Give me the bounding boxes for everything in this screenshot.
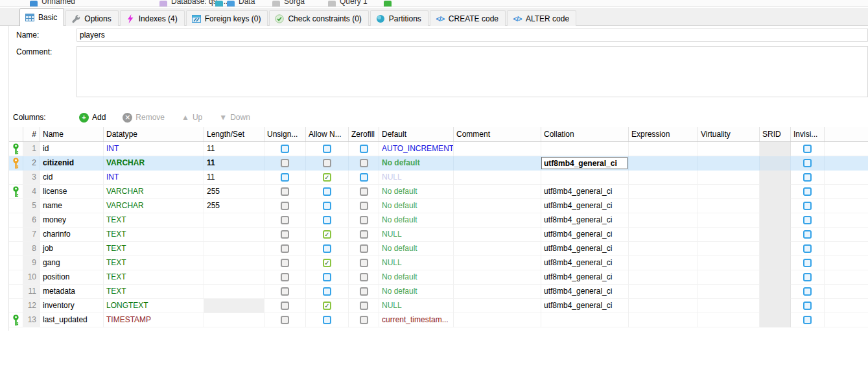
cell-zerofill[interactable] xyxy=(349,171,379,185)
column-header-invisible[interactable]: Invisi... xyxy=(791,127,825,141)
cell-collation[interactable]: utf8mb4_general_ci xyxy=(541,213,629,228)
cell-default[interactable]: NULL xyxy=(379,299,454,313)
cell-virtuality[interactable] xyxy=(698,171,760,185)
cell-comment[interactable] xyxy=(454,256,541,270)
unsigned-checkbox[interactable] xyxy=(281,202,289,210)
cell-name[interactable]: license xyxy=(40,185,104,199)
cell-datatype[interactable]: INT xyxy=(104,142,204,156)
main-tab-label[interactable]: Sorga xyxy=(284,0,305,6)
column-header-srid[interactable]: SRID xyxy=(760,127,791,141)
cell-num[interactable]: 2 xyxy=(23,156,40,171)
column-header-virtuality[interactable]: Virtuality xyxy=(698,127,760,141)
cell-srid[interactable] xyxy=(760,299,791,313)
column-header-comment[interactable]: Comment xyxy=(454,127,541,141)
unsigned-checkbox[interactable] xyxy=(281,244,289,253)
cell-invisible[interactable] xyxy=(791,156,825,171)
cell-zerofill[interactable] xyxy=(349,313,379,327)
column-row-cid[interactable]: 3cidINT11✓NULL xyxy=(9,171,868,185)
column-row-position[interactable]: 10positionTEXTNo defaultutf8mb4_general_… xyxy=(9,270,868,285)
allow-null-checkbox[interactable] xyxy=(323,159,331,167)
cell-comment[interactable] xyxy=(454,270,541,285)
cell-collation[interactable]: utf8mb4_general_ci xyxy=(541,270,629,285)
column-header-length[interactable]: Length/Set xyxy=(204,127,264,141)
cell-unsigned[interactable] xyxy=(264,213,306,228)
tab-check-constraints-0[interactable]: Check constraints (0) xyxy=(269,10,368,26)
cell-datatype[interactable]: INT xyxy=(104,171,204,185)
cell-name[interactable]: metadata xyxy=(40,285,104,299)
main-tab-label[interactable]: Query 1 xyxy=(340,0,368,6)
cell-srid[interactable] xyxy=(760,270,791,285)
main-tab-label[interactable]: Data xyxy=(239,0,255,6)
cell-expression[interactable] xyxy=(629,185,698,199)
unsigned-checkbox[interactable] xyxy=(281,316,289,324)
cell-collation[interactable]: utf8mb4_general_ci xyxy=(541,285,629,299)
allow-null-checkbox[interactable] xyxy=(323,187,331,196)
cell-num[interactable]: 11 xyxy=(23,285,40,299)
cell-datatype[interactable]: TEXT xyxy=(104,256,204,270)
cell-length[interactable] xyxy=(204,313,264,327)
cell-collation[interactable] xyxy=(541,142,629,156)
cell-default[interactable]: AUTO_INCREMENT xyxy=(379,142,454,156)
column-row-gang[interactable]: 9gangTEXT✓NULLutf8mb4_general_ci xyxy=(9,256,868,270)
cell-zerofill[interactable] xyxy=(349,142,379,156)
cell-default[interactable]: No default xyxy=(379,242,454,256)
cell-num[interactable]: 13 xyxy=(23,313,40,327)
cell-comment[interactable] xyxy=(454,213,541,228)
zerofill-checkbox[interactable] xyxy=(360,287,368,296)
cell-virtuality[interactable] xyxy=(698,156,760,171)
cell-zerofill[interactable] xyxy=(349,228,379,242)
invisible-checkbox[interactable] xyxy=(803,159,812,167)
cell-name[interactable]: name xyxy=(40,199,104,213)
cell-name[interactable]: charinfo xyxy=(40,228,104,242)
zerofill-checkbox[interactable] xyxy=(360,244,368,253)
cell-num[interactable]: 10 xyxy=(23,270,40,285)
cell-virtuality[interactable] xyxy=(698,213,760,228)
cell-allow-null[interactable] xyxy=(306,199,349,213)
zerofill-checkbox[interactable] xyxy=(360,159,368,167)
cell-zerofill[interactable] xyxy=(349,270,379,285)
cell-invisible[interactable] xyxy=(791,270,825,285)
zerofill-checkbox[interactable] xyxy=(360,187,368,196)
cell-allow-null[interactable] xyxy=(306,185,349,199)
cell-comment[interactable] xyxy=(454,242,541,256)
cell-datatype[interactable]: VARCHAR xyxy=(104,156,204,171)
tab-basic[interactable]: Basic xyxy=(19,8,64,26)
column-header-num[interactable]: # xyxy=(23,127,40,141)
column-row-money[interactable]: 6moneyTEXTNo defaultutf8mb4_general_ci xyxy=(9,213,868,228)
cell-virtuality[interactable] xyxy=(698,313,760,327)
cell-length[interactable] xyxy=(204,213,264,228)
cell-collation[interactable]: utf8mb4_general_ci xyxy=(541,299,629,313)
cell-default[interactable]: NULL xyxy=(379,256,454,270)
zerofill-checkbox[interactable] xyxy=(360,202,368,210)
cell-virtuality[interactable] xyxy=(698,242,760,256)
column-row-id[interactable]: 1idINT11AUTO_INCREMENT xyxy=(9,142,868,156)
cell-name[interactable]: money xyxy=(40,213,104,228)
allow-null-checkbox[interactable]: ✓ xyxy=(323,230,331,239)
cell-name[interactable]: inventory xyxy=(40,299,104,313)
cell-virtuality[interactable] xyxy=(698,256,760,270)
cell-expression[interactable] xyxy=(629,213,698,228)
cell-allow-null[interactable] xyxy=(306,285,349,299)
cell-num[interactable]: 5 xyxy=(23,199,40,213)
cell-virtuality[interactable] xyxy=(698,270,760,285)
unsigned-checkbox[interactable] xyxy=(281,287,289,296)
allow-null-checkbox[interactable] xyxy=(323,316,331,324)
cell-length[interactable]: 11 xyxy=(204,156,264,171)
cell-invisible[interactable] xyxy=(791,171,825,185)
cell-virtuality[interactable] xyxy=(698,199,760,213)
cell-expression[interactable] xyxy=(629,285,698,299)
invisible-checkbox[interactable] xyxy=(803,316,812,324)
cell-allow-null[interactable] xyxy=(306,270,349,285)
unsigned-checkbox[interactable] xyxy=(281,159,289,167)
cell-length[interactable] xyxy=(204,285,264,299)
allow-null-checkbox[interactable]: ✓ xyxy=(323,259,331,267)
cell-length[interactable]: 255 xyxy=(204,185,264,199)
cell-default[interactable]: No default xyxy=(379,270,454,285)
cell-unsigned[interactable] xyxy=(264,228,306,242)
cell-srid[interactable] xyxy=(760,171,791,185)
column-row-metadata[interactable]: 11metadataTEXTNo defaultutf8mb4_general_… xyxy=(9,285,868,299)
invisible-checkbox[interactable] xyxy=(803,173,812,182)
cell-allow-null[interactable]: ✓ xyxy=(306,256,349,270)
move-down-button[interactable]: ▼ Down xyxy=(219,113,250,122)
cell-default[interactable]: No default xyxy=(379,285,454,299)
